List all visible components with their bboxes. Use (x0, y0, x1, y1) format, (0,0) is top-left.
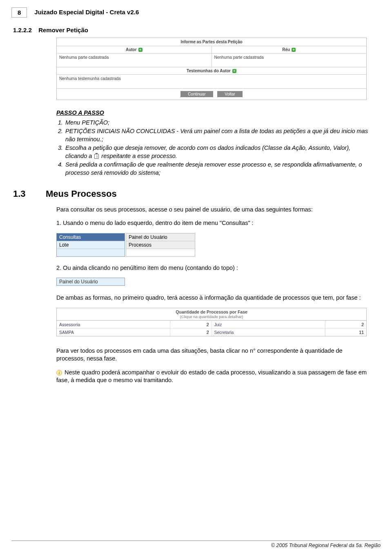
reu-header: Réu + (212, 46, 367, 53)
passo-a-passo-heading: PASSO A PASSO (56, 109, 372, 117)
fase-label: SAMPA (57, 329, 170, 336)
page-header: 8 Juizado Especial Digital - Creta v2.6 (11, 7, 381, 18)
para-both-forms: De ambas as formas, no primeiro quadro, … (56, 294, 372, 302)
menu-item-painel[interactable]: Painel do Usuário (57, 278, 125, 285)
autor-cell: Nenhuma parte cadastrada (57, 53, 212, 67)
plus-icon[interactable]: + (232, 69, 236, 73)
doc-title: Juizado Especial Digital - Creta v2.6 (34, 7, 139, 16)
step-text: PETIÇÕES INICIAIS NÃO CONCLUIDAS - Verá … (65, 127, 372, 143)
plus-icon[interactable]: + (138, 48, 143, 52)
step-num: 1. (56, 119, 65, 127)
section-number: 1.3 (13, 189, 46, 199)
fase-table-title: Quantidade de Processos por Fase (57, 308, 366, 314)
fase-table-screenshot: Quantidade de Processos por Fase (Clique… (56, 308, 367, 336)
fase-label: Assessoria (57, 321, 170, 328)
step-num: 4. (56, 161, 65, 177)
menu-screenshot-consultas: Consultas Lote Painel do Usuário Process… (56, 233, 195, 257)
section-13-heading: 1.3Meus Processos (13, 189, 381, 199)
fase-count[interactable]: 11 (325, 329, 366, 336)
step-text: Menu PETIÇÃO; (65, 119, 372, 127)
form-header: Informe as Partes desta Petição (57, 38, 366, 46)
section-title: Meus Processos (46, 189, 117, 199)
menu-item-lote[interactable]: Lote (57, 241, 125, 249)
reu-label: Réu (282, 47, 290, 52)
para-info: i Neste quadro poderá acompanhar o evolu… (56, 369, 372, 385)
testemunhas-header: Testemunhas do Autor + (57, 67, 366, 75)
trash-icon (94, 154, 99, 159)
back-button[interactable]: Voltar (217, 91, 243, 97)
page-number: 8 (11, 7, 27, 18)
autor-label: Autor (126, 47, 137, 52)
fase-count[interactable]: 2 (325, 321, 366, 328)
submenu-item-processos[interactable]: Processos (126, 241, 195, 249)
reu-cell: Nenhuma parte cadastrada (212, 53, 367, 67)
menu-item-blank (57, 249, 125, 256)
para-click-number: Para ver todos os processos em cada uma … (56, 347, 372, 363)
continue-button[interactable]: Continuar (180, 91, 213, 97)
para-intro: Para consultar os seus processos, acesse… (56, 206, 372, 214)
fase-label: Juiz (212, 321, 325, 328)
step-text: Será pedida a confirmação de que realmen… (65, 161, 372, 177)
step-text: Escolha a petição que deseja remover, de… (65, 144, 372, 160)
plus-icon[interactable]: + (292, 48, 296, 52)
submenu-item-painel[interactable]: Painel do Usuário (126, 234, 195, 241)
step-num: 2. (56, 127, 65, 143)
section-1222-heading: 1.2.2.2 Remover Petição (13, 27, 381, 33)
info-icon: i (56, 370, 62, 376)
fase-label: Secretaria (212, 329, 325, 336)
option-1-text: 1. Usando o menu do lado esquerdo, dentr… (56, 219, 372, 227)
autor-header: Autor + (57, 46, 212, 53)
fase-count[interactable]: 2 (170, 329, 212, 336)
testemunhas-cell: Nenhuma testemunha cadastrada (57, 75, 366, 88)
page-footer: © 2005 Tribunal Regional Federal da 5a. … (11, 541, 381, 548)
testemunhas-label: Testemunhas do Autor (187, 69, 231, 73)
fase-table-subtitle: (Clique na quantidade para detalhar) (57, 314, 366, 320)
menu-header-consultas[interactable]: Consultas (57, 234, 125, 241)
section-number: 1.2.2.2 (13, 27, 37, 33)
option-2-text: 2. Ou ainda clicando no penúltimo item d… (56, 264, 372, 272)
step-num: 3. (56, 144, 65, 160)
fase-count[interactable]: 2 (170, 321, 212, 328)
parties-form-screenshot: Informe as Partes desta Petição Autor + … (56, 38, 367, 100)
menu-screenshot-painel: Painel do Usuário (56, 278, 125, 286)
section-title: Remover Petição (38, 27, 88, 33)
